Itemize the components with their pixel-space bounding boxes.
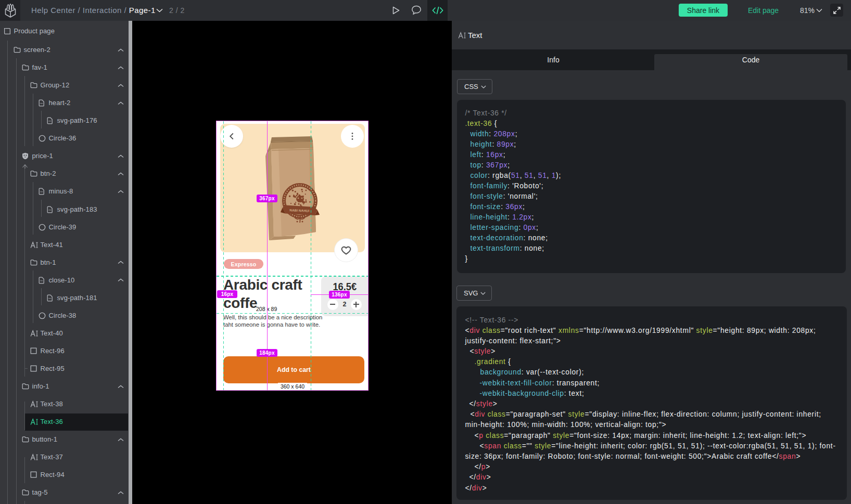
svg-text:NABI NAHUI: NABI NAHUI [289, 208, 309, 212]
